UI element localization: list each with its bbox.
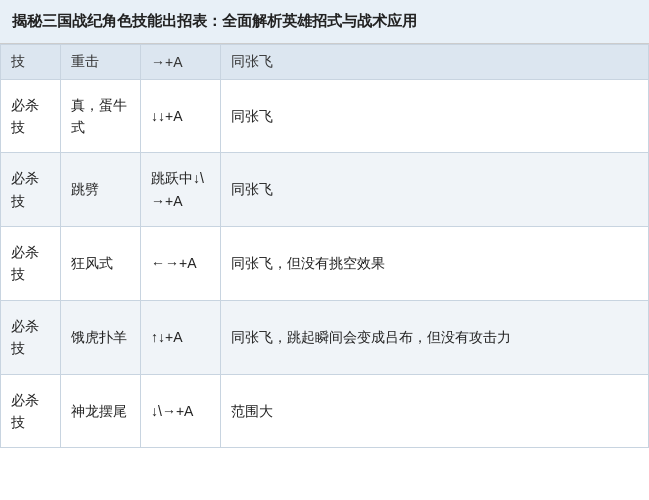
cell-note: 同张飞，跳起瞬间会变成吕布，但没有攻击力 [221, 300, 649, 374]
col-header-input: →+A [141, 44, 221, 79]
cell-note: 同张飞 [221, 153, 649, 227]
cell-move: 跳劈 [61, 153, 141, 227]
table-row: 必杀技饿虎扑羊↑↓+A同张飞，跳起瞬间会变成吕布，但没有攻击力 [1, 300, 649, 374]
cell-note: 范围大 [221, 374, 649, 448]
cell-type: 必杀技 [1, 79, 61, 153]
cell-input: ←→+A [141, 227, 221, 301]
col-header-type: 技 [1, 44, 61, 79]
cell-type: 必杀技 [1, 300, 61, 374]
cell-note: 同张飞 [221, 79, 649, 153]
cell-type: 必杀技 [1, 227, 61, 301]
cell-move: 神龙摆尾 [61, 374, 141, 448]
col-header-note: 同张飞 [221, 44, 649, 79]
table-row: 必杀技真，蛋牛式↓↓+A同张飞 [1, 79, 649, 153]
cell-move: 狂风式 [61, 227, 141, 301]
col-header-move: 重击 [61, 44, 141, 79]
cell-type: 必杀技 [1, 153, 61, 227]
cell-input: ↓↓+A [141, 79, 221, 153]
cell-input: ↓\→+A [141, 374, 221, 448]
cell-move: 饿虎扑羊 [61, 300, 141, 374]
table-header-row: 技 重击 →+A 同张飞 [1, 44, 649, 79]
cell-input: ↑↓+A [141, 300, 221, 374]
cell-type: 必杀技 [1, 374, 61, 448]
cell-move: 真，蛋牛式 [61, 79, 141, 153]
moves-table: 技 重击 →+A 同张飞 必杀技真，蛋牛式↓↓+A同张飞必杀技跳劈跳跃中↓\ →… [0, 44, 649, 449]
cell-note: 同张飞，但没有挑空效果 [221, 227, 649, 301]
table-row: 必杀技神龙摆尾↓\→+A范围大 [1, 374, 649, 448]
table-row: 必杀技狂风式←→+A同张飞，但没有挑空效果 [1, 227, 649, 301]
cell-input: 跳跃中↓\ →+A [141, 153, 221, 227]
table-row: 必杀技跳劈跳跃中↓\ →+A同张飞 [1, 153, 649, 227]
page-title: 揭秘三国战纪角色技能出招表：全面解析英雄招式与战术应用 [0, 0, 649, 44]
